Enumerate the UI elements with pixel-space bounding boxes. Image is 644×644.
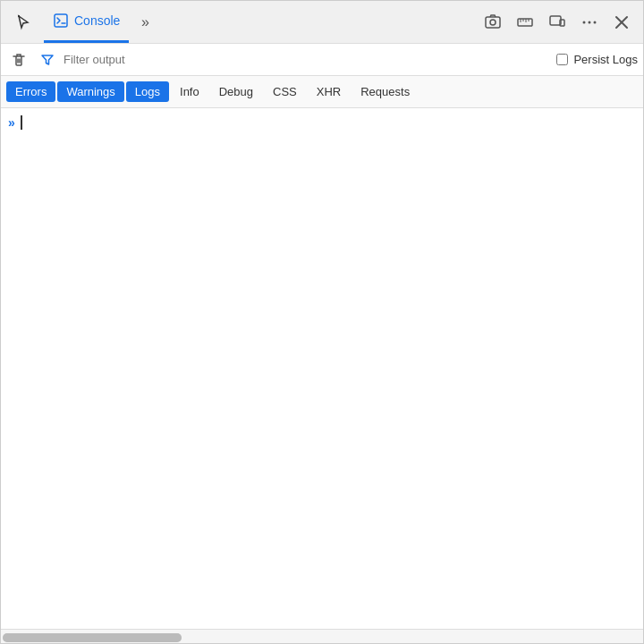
text-cursor [21, 115, 22, 130]
bottom-scrollbar [1, 629, 643, 644]
close-btn[interactable] [607, 8, 636, 37]
responsive-btn[interactable] [543, 8, 572, 37]
tab-info[interactable]: Info [171, 81, 208, 102]
trash-icon [11, 52, 27, 68]
prompt-arrows[interactable]: » [8, 115, 15, 130]
cursor-icon-btn[interactable] [8, 6, 40, 38]
scrollbar-track [3, 633, 182, 642]
svg-rect-1 [55, 14, 67, 27]
console-prompt-row: » [1, 112, 643, 133]
console-svg-icon [54, 13, 68, 28]
tab-logs[interactable]: Logs [126, 81, 169, 102]
svg-point-13 [589, 21, 591, 23]
funnel-icon [40, 53, 55, 67]
clear-console-btn[interactable] [6, 47, 31, 72]
ruler-btn[interactable] [511, 8, 539, 37]
more-tabs-icon: » [141, 14, 149, 30]
svg-point-4 [490, 20, 496, 25]
svg-rect-0 [18, 15, 20, 17]
console-tab-label: Console [74, 13, 120, 28]
console-output[interactable]: » [1, 108, 643, 629]
cursor-icon [15, 13, 33, 31]
console-tab[interactable]: Console [44, 1, 129, 43]
filter-icon [37, 49, 58, 71]
svg-rect-5 [518, 19, 532, 26]
filter-input[interactable] [64, 53, 551, 66]
svg-point-12 [583, 21, 586, 23]
tab-warnings[interactable]: Warnings [57, 81, 123, 102]
screenshot-icon [484, 13, 502, 31]
more-options-icon [580, 13, 598, 31]
responsive-icon [548, 13, 566, 31]
scrollbar-thumb[interactable] [3, 633, 182, 642]
persist-logs-checkbox[interactable] [556, 54, 568, 65]
tab-requests[interactable]: Requests [352, 81, 419, 102]
svg-rect-11 [560, 20, 564, 26]
more-options-btn[interactable] [575, 8, 604, 37]
top-toolbar: Console » [1, 1, 643, 44]
persist-logs-section: Persist Logs [556, 53, 638, 66]
svg-rect-3 [486, 17, 500, 28]
tab-xhr[interactable]: XHR [308, 81, 350, 102]
tab-css[interactable]: CSS [264, 81, 306, 102]
svg-point-14 [594, 21, 597, 23]
console-tab-icon [53, 13, 69, 29]
screenshot-btn[interactable] [479, 8, 507, 37]
tab-errors[interactable]: Errors [6, 81, 55, 102]
more-tabs-btn[interactable]: » [132, 10, 157, 35]
filter-bar: Persist Logs [1, 44, 643, 76]
persist-logs-label: Persist Logs [573, 53, 638, 66]
ruler-icon [516, 13, 534, 31]
tab-debug[interactable]: Debug [210, 81, 262, 102]
close-icon [614, 15, 629, 30]
svg-rect-10 [550, 16, 561, 25]
level-tabs: Errors Warnings Logs Info Debug CSS XHR … [1, 76, 643, 108]
